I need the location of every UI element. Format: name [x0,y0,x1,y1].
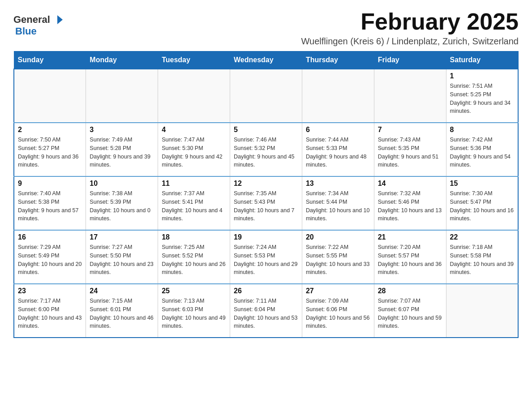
day-info: Sunrise: 7:40 AM Sunset: 5:38 PM Dayligh… [18,189,82,223]
day-info: Sunrise: 7:50 AM Sunset: 5:27 PM Dayligh… [18,136,82,169]
day-number: 25 [162,287,226,295]
day-info: Sunrise: 7:11 AM Sunset: 6:04 PM Dayligh… [234,297,298,330]
calendar-cell: 2Sunrise: 7:50 AM Sunset: 5:27 PM Daylig… [14,123,86,176]
calendar-cell: 7Sunrise: 7:43 AM Sunset: 5:35 PM Daylig… [374,123,446,176]
day-number: 17 [90,233,154,241]
calendar-cell: 18Sunrise: 7:25 AM Sunset: 5:52 PM Dayli… [158,230,230,284]
day-info: Sunrise: 7:46 AM Sunset: 5:32 PM Dayligh… [234,136,298,169]
calendar-cell: 21Sunrise: 7:20 AM Sunset: 5:57 PM Dayli… [374,230,446,284]
day-info: Sunrise: 7:51 AM Sunset: 5:25 PM Dayligh… [450,82,514,116]
day-number: 9 [18,180,82,188]
calendar-week-row: 16Sunrise: 7:29 AM Sunset: 5:49 PM Dayli… [14,230,518,284]
weekday-header-tuesday: Tuesday [158,51,230,69]
day-info: Sunrise: 7:15 AM Sunset: 6:01 PM Dayligh… [90,297,154,330]
calendar-cell: 20Sunrise: 7:22 AM Sunset: 5:55 PM Dayli… [302,230,374,284]
day-info: Sunrise: 7:34 AM Sunset: 5:44 PM Dayligh… [306,189,370,223]
calendar-cell [230,69,302,123]
day-number: 16 [18,233,82,241]
day-number: 12 [234,180,298,188]
day-info: Sunrise: 7:38 AM Sunset: 5:39 PM Dayligh… [90,189,154,223]
calendar-week-row: 23Sunrise: 7:17 AM Sunset: 6:00 PM Dayli… [14,284,518,338]
calendar-cell [446,284,518,338]
weekday-header-saturday: Saturday [446,51,518,69]
day-info: Sunrise: 7:13 AM Sunset: 6:03 PM Dayligh… [162,297,226,330]
weekday-header-monday: Monday [86,51,158,69]
calendar-week-row: 2Sunrise: 7:50 AM Sunset: 5:27 PM Daylig… [14,123,518,176]
day-info: Sunrise: 7:44 AM Sunset: 5:33 PM Dayligh… [306,136,370,169]
calendar-cell [86,69,158,123]
calendar-cell [374,69,446,123]
day-info: Sunrise: 7:32 AM Sunset: 5:46 PM Dayligh… [378,189,442,223]
day-number: 27 [306,287,370,295]
calendar-cell: 23Sunrise: 7:17 AM Sunset: 6:00 PM Dayli… [14,284,86,338]
day-number: 24 [90,287,154,295]
calendar-title: February 2025 [301,9,519,34]
day-number: 28 [378,287,442,295]
calendar-table: SundayMondayTuesdayWednesdayThursdayFrid… [13,51,519,338]
day-number: 21 [378,233,442,241]
day-number: 19 [234,233,298,241]
calendar-subtitle: Wuelflingen (Kreis 6) / Lindenplatz, Zur… [301,36,519,47]
day-number: 3 [90,126,154,134]
calendar-cell: 6Sunrise: 7:44 AM Sunset: 5:33 PM Daylig… [302,123,374,176]
day-number: 14 [378,180,442,188]
weekday-header-wednesday: Wednesday [230,51,302,69]
day-info: Sunrise: 7:09 AM Sunset: 6:06 PM Dayligh… [306,297,370,330]
calendar-cell [14,69,86,123]
calendar-cell: 27Sunrise: 7:09 AM Sunset: 6:06 PM Dayli… [302,284,374,338]
calendar-cell: 1Sunrise: 7:51 AM Sunset: 5:25 PM Daylig… [446,69,518,123]
day-info: Sunrise: 7:37 AM Sunset: 5:41 PM Dayligh… [162,189,226,223]
calendar-cell: 12Sunrise: 7:35 AM Sunset: 5:43 PM Dayli… [230,176,302,230]
day-info: Sunrise: 7:29 AM Sunset: 5:49 PM Dayligh… [18,243,82,277]
day-info: Sunrise: 7:30 AM Sunset: 5:47 PM Dayligh… [450,189,514,223]
calendar-cell: 14Sunrise: 7:32 AM Sunset: 5:46 PM Dayli… [374,176,446,230]
weekday-header-friday: Friday [374,51,446,69]
day-number: 2 [18,126,82,134]
calendar-cell: 26Sunrise: 7:11 AM Sunset: 6:04 PM Dayli… [230,284,302,338]
calendar-cell: 28Sunrise: 7:07 AM Sunset: 6:07 PM Dayli… [374,284,446,338]
weekday-header-sunday: Sunday [14,51,86,69]
day-info: Sunrise: 7:24 AM Sunset: 5:53 PM Dayligh… [234,243,298,277]
title-area: February 2025 Wuelflingen (Kreis 6) / Li… [301,9,519,47]
day-number: 10 [90,180,154,188]
calendar-cell: 13Sunrise: 7:34 AM Sunset: 5:44 PM Dayli… [302,176,374,230]
calendar-cell: 11Sunrise: 7:37 AM Sunset: 5:41 PM Dayli… [158,176,230,230]
weekday-header-row: SundayMondayTuesdayWednesdayThursdayFrid… [14,51,518,69]
day-info: Sunrise: 7:18 AM Sunset: 5:58 PM Dayligh… [450,243,514,277]
day-info: Sunrise: 7:07 AM Sunset: 6:07 PM Dayligh… [378,297,442,330]
day-info: Sunrise: 7:20 AM Sunset: 5:57 PM Dayligh… [378,243,442,277]
calendar-cell [302,69,374,123]
calendar-cell: 25Sunrise: 7:13 AM Sunset: 6:03 PM Dayli… [158,284,230,338]
day-number: 4 [162,126,226,134]
day-info: Sunrise: 7:43 AM Sunset: 5:35 PM Dayligh… [378,136,442,169]
day-info: Sunrise: 7:22 AM Sunset: 5:55 PM Dayligh… [306,243,370,277]
weekday-header-thursday: Thursday [302,51,374,69]
calendar-cell: 10Sunrise: 7:38 AM Sunset: 5:39 PM Dayli… [86,176,158,230]
calendar-cell: 4Sunrise: 7:47 AM Sunset: 5:30 PM Daylig… [158,123,230,176]
day-number: 1 [450,72,514,80]
logo-blue-text: Blue [15,26,37,37]
calendar-cell: 15Sunrise: 7:30 AM Sunset: 5:47 PM Dayli… [446,176,518,230]
day-number: 26 [234,287,298,295]
day-number: 5 [234,126,298,134]
calendar-cell: 16Sunrise: 7:29 AM Sunset: 5:49 PM Dayli… [14,230,86,284]
calendar-cell: 3Sunrise: 7:49 AM Sunset: 5:28 PM Daylig… [86,123,158,176]
calendar-cell: 17Sunrise: 7:27 AM Sunset: 5:50 PM Dayli… [86,230,158,284]
day-number: 6 [306,126,370,134]
day-number: 23 [18,287,82,295]
svg-marker-0 [57,15,63,24]
page-header: General Blue February 2025 Wuelflingen (… [13,9,519,47]
day-number: 18 [162,233,226,241]
logo-general-text: General [13,14,50,25]
day-number: 7 [378,126,442,134]
calendar-cell: 8Sunrise: 7:42 AM Sunset: 5:36 PM Daylig… [446,123,518,176]
calendar-week-row: 1Sunrise: 7:51 AM Sunset: 5:25 PM Daylig… [14,69,518,123]
calendar-cell: 9Sunrise: 7:40 AM Sunset: 5:38 PM Daylig… [14,176,86,230]
calendar-cell: 5Sunrise: 7:46 AM Sunset: 5:32 PM Daylig… [230,123,302,176]
logo: General Blue [13,13,64,37]
day-info: Sunrise: 7:42 AM Sunset: 5:36 PM Dayligh… [450,136,514,169]
day-number: 15 [450,180,514,188]
day-info: Sunrise: 7:35 AM Sunset: 5:43 PM Dayligh… [234,189,298,223]
day-number: 20 [306,233,370,241]
calendar-cell: 22Sunrise: 7:18 AM Sunset: 5:58 PM Dayli… [446,230,518,284]
